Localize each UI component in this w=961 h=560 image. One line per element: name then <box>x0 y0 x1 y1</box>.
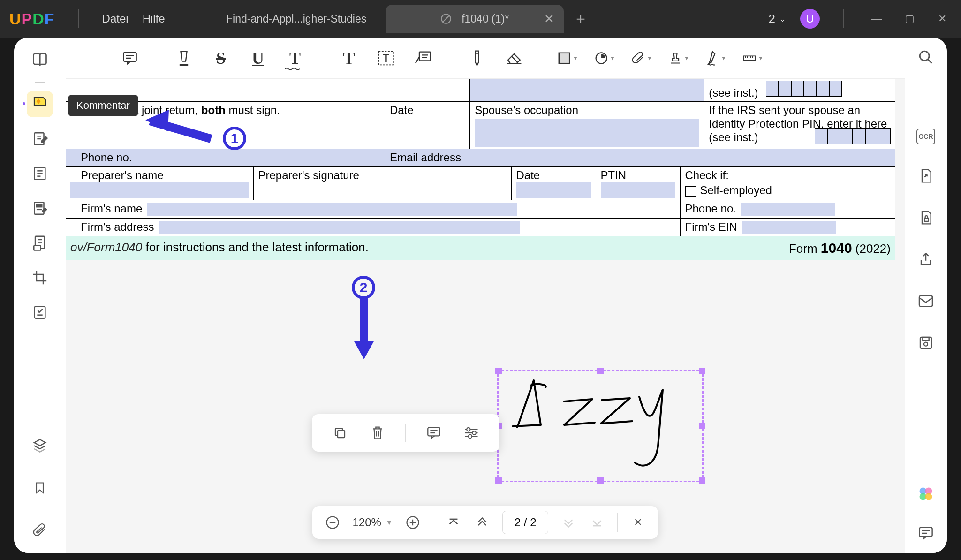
page-navigation-bar: 120%▼ 2 / 2 ✕ <box>312 506 658 539</box>
prep-name-field[interactable] <box>70 182 249 198</box>
firm-name-field[interactable] <box>147 203 517 216</box>
phone2-field[interactable] <box>741 203 835 216</box>
last-page-button[interactable] <box>589 514 605 531</box>
close-button[interactable]: ✕ <box>933 13 952 25</box>
squiggly-icon[interactable]: T <box>285 48 305 68</box>
bookmark-icon[interactable] <box>27 475 53 501</box>
organize-icon[interactable] <box>27 230 53 256</box>
prev-page-button[interactable] <box>474 514 491 531</box>
text-icon[interactable]: T <box>339 48 359 68</box>
workspace: Kommentar <box>14 38 947 553</box>
annotation-arrow-1: 1 <box>145 107 267 168</box>
ocr-button[interactable]: OCR <box>916 129 935 144</box>
minimize-button[interactable]: — <box>867 13 886 25</box>
preparer-table: Preparer's name Preparer's signature Dat… <box>66 166 895 236</box>
callout-icon[interactable] <box>413 48 433 68</box>
user-avatar[interactable]: U <box>800 9 820 29</box>
resize-handle[interactable] <box>597 368 604 374</box>
svg-rect-32 <box>123 52 136 61</box>
rectangle-icon[interactable]: ▼ <box>558 48 578 68</box>
svg-rect-10 <box>37 205 42 207</box>
share-icon[interactable] <box>916 249 936 270</box>
tab-1[interactable]: Find-and-Appl...igher-Studies <box>207 5 386 33</box>
resize-handle[interactable] <box>597 477 604 484</box>
firm-addr-field[interactable] <box>159 221 520 234</box>
email-label: Email address <box>390 151 461 164</box>
pencil-icon[interactable] <box>467 48 487 68</box>
titlebar: UPDF Datei Hilfe Find-and-Appl...igher-S… <box>0 0 961 38</box>
flower-icon[interactable] <box>916 484 936 504</box>
resize-handle[interactable] <box>699 477 705 484</box>
separator <box>541 48 541 68</box>
footer-text: for instructions and the latest informat… <box>142 240 369 254</box>
resize-handle[interactable] <box>699 368 705 374</box>
tab-2[interactable]: f1040 (1)* ✕ <box>386 5 564 33</box>
reader-icon[interactable] <box>27 47 53 73</box>
redact-icon[interactable] <box>27 195 53 221</box>
strikethrough-icon[interactable]: S <box>211 48 231 68</box>
zoom-in-button[interactable] <box>404 514 421 531</box>
menu-help[interactable]: Hilfe <box>143 12 165 25</box>
signature-selection[interactable] <box>497 370 704 482</box>
shape-icon[interactable]: ▼ <box>595 48 615 68</box>
first-page-button[interactable] <box>445 514 462 531</box>
underline-icon[interactable]: U <box>248 48 268 68</box>
form-num: 1040 <box>821 240 852 256</box>
tabs-container: Find-and-Appl...igher-Studies f1040 (1)*… <box>207 5 755 33</box>
nosave-icon <box>440 13 452 25</box>
tab-count[interactable]: 2⌄ <box>769 12 786 26</box>
resize-handle[interactable] <box>699 423 705 429</box>
svg-point-23 <box>924 342 928 346</box>
firm-ein-field[interactable] <box>742 221 836 234</box>
next-page-button[interactable] <box>560 514 577 531</box>
highlight-icon[interactable] <box>174 48 194 68</box>
save-icon[interactable] <box>916 333 936 353</box>
crop-icon[interactable] <box>27 265 53 291</box>
convert-icon[interactable] <box>916 166 936 186</box>
properties-icon[interactable] <box>462 424 481 442</box>
titlebar-right: 2⌄ U — ▢ ✕ <box>769 9 952 29</box>
comment-tool-icon[interactable] <box>27 91 53 117</box>
signature-icon[interactable]: ▼ <box>706 48 726 68</box>
email-icon[interactable] <box>916 291 936 311</box>
close-pagebar-button[interactable]: ✕ <box>629 514 646 531</box>
tab-add-button[interactable]: ＋ <box>573 8 588 29</box>
eraser-icon[interactable] <box>504 48 524 68</box>
ptin-field[interactable] <box>601 182 675 198</box>
prep-sig-label: Preparer's signature <box>253 167 511 200</box>
attach-icon[interactable]: ▼ <box>632 48 652 68</box>
zoom-level[interactable]: 120%▼ <box>353 516 393 529</box>
menu-file[interactable]: Datei <box>102 12 129 25</box>
attachment-icon[interactable] <box>27 517 53 544</box>
tab-close-icon[interactable]: ✕ <box>544 12 554 26</box>
notes-panel-icon[interactable] <box>916 523 936 544</box>
delete-icon[interactable] <box>368 424 387 442</box>
comment-icon[interactable] <box>424 424 443 442</box>
resize-handle[interactable] <box>495 477 502 484</box>
svg-rect-56 <box>428 428 440 436</box>
document-area[interactable]: (see inst.) signature. If a joint return… <box>66 79 905 553</box>
layers-icon[interactable] <box>27 432 53 458</box>
zoom-out-button[interactable] <box>324 514 341 531</box>
maximize-button[interactable]: ▢ <box>900 13 919 25</box>
textbox-icon[interactable]: T <box>376 48 396 68</box>
form-icon[interactable] <box>27 299 53 325</box>
edit-icon[interactable] <box>27 126 53 152</box>
stamp-icon[interactable]: ▼ <box>669 48 689 68</box>
search-icon[interactable] <box>916 47 936 68</box>
copy-icon[interactable] <box>331 424 349 442</box>
annotation-number-1: 1 <box>223 127 246 150</box>
page-indicator[interactable]: 2 / 2 <box>502 511 549 534</box>
pin-boxes[interactable] <box>766 81 842 97</box>
spouse-occ-field[interactable] <box>475 119 699 147</box>
self-emp-checkbox[interactable] <box>685 186 696 197</box>
svg-rect-29 <box>919 528 932 537</box>
date2-field[interactable] <box>516 182 591 198</box>
firm-addr-label: Firm's address <box>70 220 154 233</box>
resize-handle[interactable] <box>495 368 502 374</box>
note-icon[interactable] <box>120 48 140 68</box>
page-tool-icon[interactable] <box>27 160 53 187</box>
protect-icon[interactable] <box>916 207 936 228</box>
svg-rect-55 <box>338 431 345 438</box>
ruler-icon[interactable]: ▼ <box>743 48 764 68</box>
